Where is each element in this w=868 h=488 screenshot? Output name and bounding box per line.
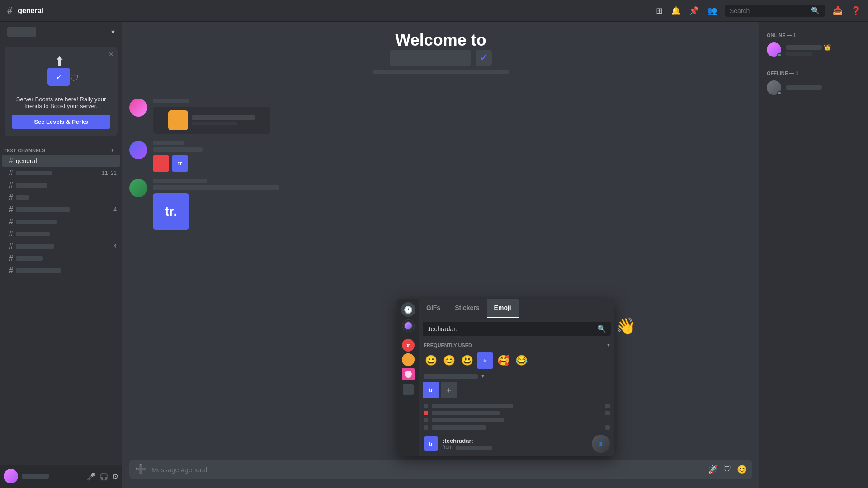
chat-input-box: ➕ 🚀 🛡 😊 bbox=[129, 460, 752, 479]
members-list: ONLINE — 1 👑 OFFLINE — 1 bbox=[760, 22, 868, 488]
channel-item-7[interactable]: # bbox=[2, 228, 120, 240]
channel-item-6[interactable]: # bbox=[2, 216, 120, 228]
message-input[interactable] bbox=[151, 466, 703, 474]
topbar-icons: ⊞ 🔔 📌 👥 🔍 📥 ❓ bbox=[656, 5, 861, 17]
channel-hash-icon: # bbox=[9, 157, 13, 165]
channels-section-header[interactable]: TEXT CHANNELS ＋ bbox=[0, 144, 122, 155]
emoji-footer: tr :techradar: from 👤 bbox=[419, 431, 614, 456]
channel-item-8[interactable]: # 4 bbox=[2, 240, 120, 252]
emoji-picker-overlay: 🕐 tr bbox=[397, 299, 614, 456]
message-1-content bbox=[153, 99, 752, 134]
emoji-sidebar-4[interactable] bbox=[401, 382, 415, 397]
emoji-cell-1[interactable]: 😀 bbox=[423, 352, 439, 369]
user-footer: 🎤 🎧 ⚙ bbox=[0, 465, 122, 488]
emoji-icon[interactable]: 😊 bbox=[737, 465, 747, 474]
see-levels-perks-button[interactable]: See Levels & Perks bbox=[12, 115, 110, 129]
message-1 bbox=[129, 99, 752, 134]
username-2 bbox=[153, 141, 184, 145]
server-emoji-grid: tr ＋ bbox=[419, 380, 614, 400]
search-input[interactable] bbox=[730, 7, 808, 14]
channel-item-general[interactable]: # general bbox=[2, 155, 120, 167]
tab-gifs[interactable]: GIFs bbox=[419, 299, 448, 318]
server-emoji-label bbox=[424, 374, 478, 379]
emoji-cell-2[interactable]: 😊 bbox=[441, 352, 457, 369]
settings-icon[interactable]: ⚙ bbox=[112, 472, 118, 481]
tab-stickers[interactable]: Stickers bbox=[448, 299, 486, 318]
chat-input-area: ➕ 🚀 🛡 😊 bbox=[122, 460, 760, 488]
message-2-content: tr bbox=[153, 141, 752, 172]
boost-description: Server Boosts are here! Rally your frien… bbox=[12, 96, 110, 109]
topbar: # general ⊞ 🔔 📌 👥 🔍 📥 ❓ bbox=[0, 0, 868, 22]
channel-item-5[interactable]: # 4 bbox=[2, 204, 120, 216]
footer-controls: 🎤 🎧 ⚙ bbox=[87, 472, 118, 481]
emoji-sidebar-smiley[interactable] bbox=[401, 319, 415, 333]
channel-item-10[interactable]: # bbox=[2, 265, 120, 277]
emoji-main: GIFs Stickers Emoji 🔍 FREQUENTLY USED bbox=[419, 299, 614, 456]
add-attachment-icon[interactable]: ➕ bbox=[135, 464, 147, 475]
shield-icon[interactable]: 🛡 bbox=[723, 465, 731, 474]
offline-status-dot bbox=[777, 91, 782, 95]
member-info-1: 👑 bbox=[786, 44, 831, 56]
emoji-search-wrap[interactable]: 🔍 bbox=[423, 322, 611, 336]
server-header[interactable]: ▾ bbox=[0, 22, 122, 42]
close-boost-icon[interactable]: ✕ bbox=[108, 51, 114, 58]
members-icon[interactable]: 👥 bbox=[707, 6, 717, 16]
emoji-cell-6[interactable]: 😂 bbox=[513, 352, 529, 369]
add-channel-icon[interactable]: ＋ bbox=[110, 147, 115, 154]
message-3-content: tr. bbox=[153, 179, 752, 230]
recently-used-sidebar-icon[interactable]: 🕐 bbox=[401, 302, 415, 317]
server-emoji-tr[interactable]: tr bbox=[423, 382, 439, 398]
custom-emoji-sidebar-3[interactable] bbox=[402, 368, 415, 380]
channel-item-9[interactable]: # bbox=[2, 253, 120, 264]
emoji-search-bar: 🔍 bbox=[419, 318, 614, 339]
deafen-icon[interactable]: 🎧 bbox=[99, 472, 108, 481]
footer-emoji-name: :techradar: bbox=[443, 437, 492, 444]
boost-illustration: ✓ ⬆ 🛡 bbox=[12, 54, 110, 92]
search-box[interactable]: 🔍 bbox=[725, 5, 825, 17]
footer-emoji-custom: tr bbox=[424, 436, 438, 451]
member-avatar-1 bbox=[767, 42, 781, 57]
frequently-used-header: FREQUENTLY USED ▾ bbox=[419, 339, 614, 351]
channel-item-3[interactable]: # bbox=[2, 179, 120, 191]
emoji-cell-custom-tr[interactable]: tr bbox=[477, 352, 493, 369]
pinned-icon[interactable]: 📌 bbox=[689, 6, 699, 16]
channel-item-2[interactable]: # 11 21 bbox=[2, 167, 120, 179]
emoji-tabs: GIFs Stickers Emoji bbox=[419, 299, 614, 318]
welcome-description2 bbox=[387, 76, 495, 80]
member-name-2 bbox=[786, 85, 822, 90]
frequently-used-chevron[interactable]: ▾ bbox=[607, 342, 610, 348]
member-offline-1[interactable] bbox=[763, 78, 864, 98]
custom-emoji-sidebar-1[interactable]: tr bbox=[402, 339, 415, 352]
footer-preview-avatar: 👤 bbox=[592, 435, 610, 453]
threads-icon[interactable]: ⊞ bbox=[656, 6, 663, 16]
offline-section-header: OFFLINE — 1 bbox=[763, 67, 864, 78]
emoji-frequently-grid: 😀 😊 😃 tr 🥰 😂 bbox=[419, 351, 614, 371]
rocket-icon[interactable]: 🚀 bbox=[708, 465, 718, 474]
frequently-used-label: FREQUENTLY USED bbox=[424, 343, 472, 348]
emoji-search-input[interactable] bbox=[427, 325, 594, 333]
chat-input-icons: 🚀 🛡 😊 bbox=[708, 465, 747, 474]
emoji-cell-5[interactable]: 🥰 bbox=[495, 352, 511, 369]
mute-icon[interactable]: 🎤 bbox=[87, 472, 96, 481]
emoji-picker: 🕐 tr bbox=[397, 299, 614, 456]
footer-username bbox=[22, 474, 49, 479]
channel-item-4[interactable]: # bbox=[2, 192, 120, 203]
custom-emoji-sidebar-2[interactable] bbox=[402, 353, 415, 366]
inbox-icon[interactable]: 📥 bbox=[833, 6, 843, 16]
member-name-1 bbox=[786, 45, 822, 50]
channel-list: TEXT CHANNELS ＋ # general # 11 21 # bbox=[0, 141, 122, 465]
welcome-description bbox=[373, 70, 509, 74]
online-section-header: ONLINE — 1 bbox=[763, 29, 864, 40]
tab-emoji[interactable]: Emoji bbox=[487, 299, 519, 318]
add-emoji-button[interactable]: ＋ bbox=[441, 382, 457, 398]
user-avatar bbox=[4, 469, 18, 483]
server-emoji-chevron[interactable]: ▾ bbox=[481, 373, 484, 379]
member-online-1[interactable]: 👑 bbox=[763, 40, 864, 60]
channel-name-label: general bbox=[16, 157, 117, 164]
help-icon[interactable]: ❓ bbox=[851, 6, 861, 16]
emoji-cell-3[interactable]: 😃 bbox=[459, 352, 475, 369]
sidebar: ▾ ✕ ✓ ⬆ 🛡 Server Boosts are here! Rally … bbox=[0, 22, 122, 488]
avatar-3 bbox=[129, 179, 147, 197]
message-image-1 bbox=[153, 107, 270, 134]
notifications-icon[interactable]: 🔔 bbox=[671, 6, 681, 16]
